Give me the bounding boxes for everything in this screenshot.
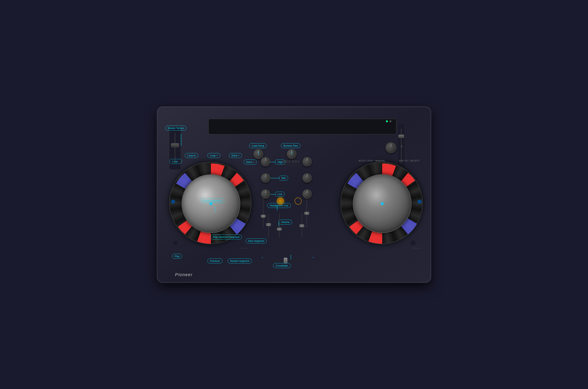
annotation-volume: Volume (279, 220, 292, 225)
scroll-left-arrow[interactable]: ‹ (262, 256, 263, 259)
product-model: DDJ-GO3 (283, 160, 299, 163)
channel-fader-left-handle[interactable] (261, 215, 265, 218)
controller-body: 0 (157, 106, 431, 283)
controller-wrapper: 0 (157, 106, 431, 283)
status-light-green (386, 120, 388, 122)
annotation-loop-in: Loop In (185, 153, 198, 158)
line-mid (270, 178, 280, 178)
delete-label-left: DELETE (240, 247, 249, 249)
jog-center-dot-left (210, 202, 212, 205)
led-left (171, 200, 175, 203)
low-eq-knob[interactable] (261, 189, 270, 199)
crossfader-track[interactable] (266, 260, 309, 261)
jog-fx-label: JOG FX / SELECT (399, 160, 420, 162)
channel-fader-right-handle[interactable] (304, 212, 309, 215)
delete-label-right: DELETE (413, 247, 422, 249)
annotation-previous: Previous (207, 259, 223, 263)
fader-mid-right (301, 214, 302, 237)
fader-mid-center (279, 214, 280, 237)
annotation-mid: Mid (279, 176, 288, 181)
headphone-cue-button[interactable] (277, 197, 284, 205)
auto-loop-label: AUTO LOOP / MANUAL (359, 160, 386, 162)
annotation-low: Low (275, 192, 285, 196)
button-small-left-1[interactable] (172, 240, 178, 246)
jog-wheel-right[interactable] (340, 162, 423, 244)
status-lights (386, 120, 392, 122)
status-light-gray (390, 120, 392, 122)
annotation-load-song: Load Song (249, 143, 266, 148)
line-low (270, 194, 276, 194)
volume-indicator: 0 (401, 145, 402, 148)
line-headphone-cue (277, 206, 277, 210)
line-high (270, 162, 276, 162)
fader-mid-left (268, 214, 269, 237)
channel-fader-right-track (306, 196, 307, 227)
line-volume (279, 222, 279, 226)
fader-mid-center-handle[interactable] (277, 228, 282, 230)
jog-outer-left[interactable] (169, 162, 252, 244)
fader-mid-left-handle[interactable] (266, 223, 271, 226)
jog-platter-left[interactable] (182, 174, 240, 233)
annotation-play: Play (172, 254, 182, 259)
jog-outer-right[interactable] (340, 162, 423, 244)
line-browse-files (292, 151, 292, 155)
line-load-song (258, 151, 259, 155)
fader-mid-right-handle[interactable] (299, 224, 304, 227)
jog-wheel-left[interactable] (169, 162, 252, 244)
annotation-restart-segment: Restart Segment (228, 259, 252, 263)
low-right-knob[interactable] (302, 189, 312, 199)
line-scroll-segments (215, 207, 215, 212)
mid-right-knob[interactable] (302, 173, 312, 183)
crossfader-handle[interactable] (284, 258, 287, 263)
pioneer-brand-text: Pioneer (175, 272, 193, 277)
annotation-crossfader: Crossfader (273, 263, 291, 268)
jog-platter-right[interactable] (353, 174, 412, 233)
product-subtitle: DJ CONTROLLER (283, 164, 307, 166)
annotation-browse-files: Browse Files (281, 143, 300, 148)
annotation-line-master-tempo (181, 134, 181, 146)
mid-eq-knob[interactable] (261, 173, 270, 183)
tempo-slider-track (175, 133, 175, 164)
tempo-slider-handle[interactable] (171, 143, 179, 147)
master-level-knob[interactable] (386, 142, 396, 153)
display-screen (208, 119, 396, 134)
scroll-right-arrow[interactable]: › (313, 256, 314, 259)
channel-fader-left-track (263, 196, 264, 227)
led-right (418, 200, 421, 203)
annotation-deck-left: Deck < (229, 153, 242, 158)
pioneer-logo: Pioneer (175, 272, 193, 277)
jog-center-dot-right (381, 202, 383, 205)
headphone-cue-ring (294, 197, 302, 205)
high-eq-knob[interactable] (261, 157, 270, 166)
button-small-right-1[interactable] (410, 240, 416, 246)
annotation-loop-plus: Loop + (207, 153, 220, 158)
right-fader-handle[interactable] (398, 135, 404, 138)
line-crossfader (291, 255, 291, 260)
